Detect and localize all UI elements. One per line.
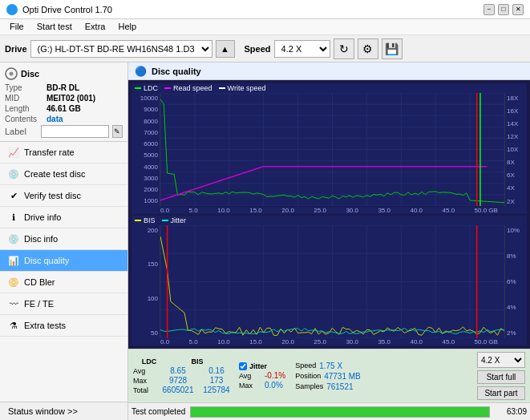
sidebar: Disc Type BD-R DL MID MEIT02 (001) Lengt… — [0, 63, 128, 420]
sidebar-item-create-test-disc-label: Create test disc — [24, 169, 85, 179]
x-label-25: 25.0 — [314, 207, 326, 214]
sidebar-item-disc-info-label: Disc info — [24, 234, 58, 244]
content-area: 🔵 Disc quality LDC Read speed — [128, 63, 530, 420]
x2-label-50: 50.0 GB — [475, 338, 498, 345]
disc-label-edit-button[interactable]: ✎ — [112, 125, 123, 138]
speed-select[interactable]: 4.2 X — [274, 40, 330, 58]
sidebar-item-verify-test-disc[interactable]: ✔ Verify test disc — [0, 185, 127, 207]
y2-label-2pct: 2% — [505, 329, 527, 337]
start-full-button[interactable]: Start full — [477, 370, 525, 384]
y-label-10x: 10X — [505, 146, 527, 153]
extra-tests-icon: ⚗ — [8, 320, 19, 331]
app-title: Opti Drive Control 1.70 — [22, 5, 112, 14]
menu-file[interactable]: File — [3, 21, 30, 33]
disc-length-value: 46.61 GB — [47, 104, 81, 113]
x-label-35: 35.0 — [378, 207, 390, 214]
sidebar-item-disc-quality[interactable]: 📊 Disc quality — [0, 250, 127, 272]
y2-label-8pct: 8% — [505, 252, 527, 260]
settings-button[interactable]: ⚙ — [358, 38, 378, 59]
legend-bis: BIS — [135, 216, 156, 224]
disc-title: Disc — [21, 69, 39, 79]
drive-select[interactable]: (G:) HL-DT-ST BD-RE WH16NS48 1.D3 — [30, 40, 212, 58]
transfer-rate-icon: 📈 — [8, 147, 19, 158]
fe-te-icon: 〰 — [8, 298, 19, 309]
disc-quality-icon: 📊 — [8, 255, 19, 266]
start-part-button[interactable]: Start part — [477, 386, 525, 400]
x2-label-5: 5.0 — [189, 338, 198, 345]
legend-jitter-label: Jitter — [171, 216, 187, 224]
progress-status-text: Test completed — [131, 407, 185, 416]
y-label-1000: 1000 — [131, 197, 160, 204]
sidebar-item-create-test-disc[interactable]: 💿 Create test disc — [0, 164, 127, 185]
menu-start-test[interactable]: Start test — [30, 21, 79, 33]
sidebar-item-disc-info[interactable]: 💿 Disc info — [0, 228, 127, 250]
speed-dropdown[interactable]: 4.2 X — [477, 352, 525, 368]
y-label-12x: 12X — [505, 133, 527, 140]
ldc-header: LDC — [133, 357, 165, 365]
jitter-checkbox[interactable] — [239, 362, 247, 370]
drive-info-icon: ℹ — [8, 212, 19, 223]
position-value: 47731 MB — [324, 372, 361, 381]
sidebar-item-cd-bler[interactable]: 📀 CD Bler — [0, 272, 127, 293]
sidebar-item-drive-info-label: Drive info — [24, 212, 61, 222]
disc-mid-label: MID — [5, 94, 47, 103]
disc-mid-value: MEIT02 (001) — [47, 94, 95, 103]
speed-stat-label: Speed — [295, 361, 316, 370]
sidebar-nav: 📈 Transfer rate 💿 Create test disc ✔ Ver… — [0, 142, 127, 402]
y-label-18x: 18X — [505, 95, 527, 102]
legend-write-speed: Write speed — [219, 84, 266, 92]
menubar: File Start test Extra Help — [0, 19, 530, 35]
total-label: Total — [133, 386, 156, 394]
bis-avg-value: 0.16 — [200, 366, 233, 375]
disc-panel-header: Disc — [5, 67, 123, 80]
y2-label-4pct: 4% — [505, 304, 527, 311]
app-icon — [6, 4, 18, 15]
toolbar: Drive (G:) HL-DT-ST BD-RE WH16NS48 1.D3 … — [0, 35, 530, 63]
sidebar-item-transfer-rate-label: Transfer rate — [24, 147, 75, 157]
save-button[interactable]: 💾 — [382, 38, 403, 59]
menu-extra[interactable]: Extra — [79, 21, 112, 33]
y-label-5000: 5000 — [131, 151, 160, 159]
refresh-button[interactable]: ↻ — [334, 38, 354, 59]
close-button[interactable]: ✕ — [512, 4, 524, 15]
chart1-canvas — [160, 93, 504, 206]
y2-label-150: 150 — [131, 260, 160, 268]
x-label-0: 0.0 — [160, 207, 169, 214]
sidebar-item-verify-test-disc-label: Verify test disc — [24, 191, 81, 200]
sidebar-item-cd-bler-label: CD Bler — [24, 277, 55, 287]
y-label-8x: 8X — [505, 159, 527, 166]
titlebar-controls: − □ ✕ — [483, 4, 524, 15]
y2-label-50: 50 — [131, 329, 160, 337]
sidebar-item-drive-info[interactable]: ℹ Drive info — [0, 207, 127, 228]
sidebar-item-fe-te[interactable]: 〰 FE / TE — [0, 293, 127, 315]
disc-label-input[interactable] — [41, 125, 109, 138]
y-label-7000: 7000 — [131, 129, 160, 136]
x-label-50: 50.0 GB — [475, 207, 498, 214]
progress-container: Test completed 63:09 — [128, 402, 530, 420]
sidebar-item-extra-tests-label: Extra tests — [24, 321, 66, 330]
chart1-area — [160, 93, 504, 207]
jitter-max-label: Max — [239, 382, 261, 390]
sidebar-item-transfer-rate[interactable]: 📈 Transfer rate — [0, 142, 127, 164]
disc-type-row: Type BD-R DL — [5, 83, 123, 92]
ldc-avg-value: 8.65 — [162, 366, 194, 375]
legend-jitter: Jitter — [162, 216, 187, 224]
disc-contents-value: data — [47, 115, 63, 123]
disc-quality-title: Disc quality — [152, 67, 201, 76]
ldc-max-value: 9728 — [162, 376, 194, 385]
jitter-max-value: 0.0% — [265, 381, 283, 390]
eject-button[interactable]: ▲ — [216, 40, 235, 58]
status-window-link[interactable]: Status window >> — [0, 402, 127, 420]
disc-type-value: BD-R DL — [47, 83, 79, 92]
minimize-button[interactable]: − — [483, 4, 495, 15]
y2-label-200: 200 — [131, 227, 160, 234]
svg-point-2 — [10, 73, 12, 75]
y-label-4x: 4X — [505, 184, 527, 192]
menu-help[interactable]: Help — [111, 21, 143, 33]
sidebar-item-extra-tests[interactable]: ⚗ Extra tests — [0, 315, 127, 337]
maximize-button[interactable]: □ — [498, 4, 509, 15]
y-label-2000: 2000 — [131, 186, 160, 193]
disc-length-row: Length 46.61 GB — [5, 104, 123, 113]
progress-bar-inner — [191, 407, 489, 417]
bis-dot — [135, 220, 141, 221]
